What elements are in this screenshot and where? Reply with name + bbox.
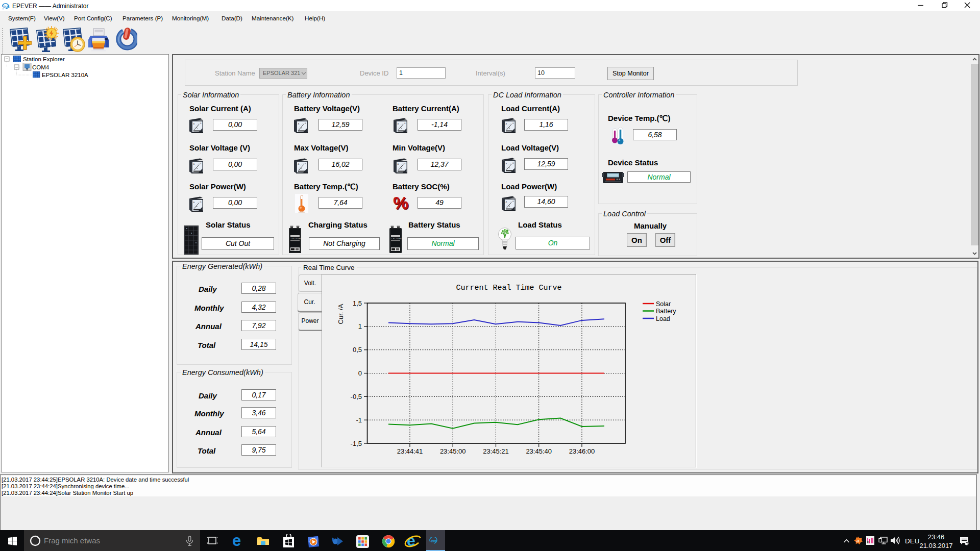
svg-text:Battery: Battery bbox=[656, 308, 676, 315]
svg-text:BUS: BUS bbox=[3, 5, 10, 8]
svg-text:1,5: 1,5 bbox=[353, 299, 362, 307]
svg-text:0,5: 0,5 bbox=[353, 346, 362, 354]
svg-text:0: 0 bbox=[358, 369, 362, 377]
svg-text:Load: Load bbox=[656, 315, 670, 322]
svg-text:-1: -1 bbox=[356, 416, 362, 424]
svg-text:23:45:00: 23:45:00 bbox=[440, 447, 466, 455]
svg-text:a: a bbox=[856, 538, 859, 543]
svg-text:Solar: Solar bbox=[656, 300, 671, 308]
svg-text:23:44:41: 23:44:41 bbox=[397, 447, 423, 455]
svg-text:-1,5: -1,5 bbox=[351, 440, 362, 447]
svg-text:23:45:21: 23:45:21 bbox=[483, 447, 509, 455]
svg-text:-0,5: -0,5 bbox=[351, 393, 362, 400]
svg-text:1: 1 bbox=[358, 322, 362, 330]
svg-text:EPE: EPE bbox=[431, 540, 437, 543]
svg-text:23:46:00: 23:46:00 bbox=[569, 447, 595, 455]
svg-text:23:45:40: 23:45:40 bbox=[526, 447, 552, 455]
